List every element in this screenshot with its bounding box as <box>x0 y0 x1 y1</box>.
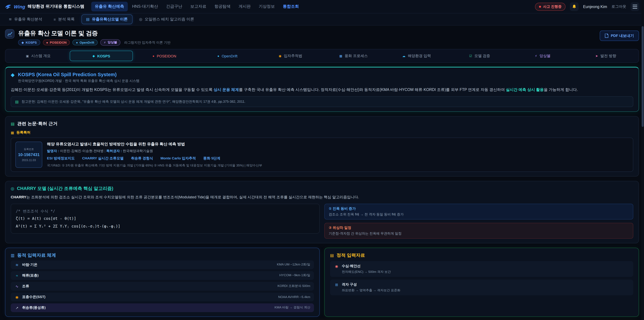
app-logo[interactable]: Wing 해양환경 위기대응 통합시스템 <box>5 3 84 10</box>
highlight-operational-system: 상시 운용 체계 <box>214 88 239 92</box>
inventors-label: 발명자 : <box>47 149 60 153</box>
kosps-description: 김혜진·이문진·오세웅·강준묵 등(2011)이 개발한 KOSPS는 유류오염… <box>11 86 633 93</box>
subtab-model-theory[interactable]: ▤ 유출유확산모델 이론 <box>81 15 132 24</box>
patent-evidence-card: ▤ 관련 논문·특허 근거 ▦ 등록특허 등록번호 10-1567431 201… <box>5 116 639 177</box>
lightning-icon: ⚡ <box>104 41 106 44</box>
charry-section-title: ◎ CHARRY 모델 (실시간 조류예측 핵심 알고리즘) <box>11 186 633 192</box>
subtab-oil-fence-theory[interactable]: ◎ 오일펜스 배치 알고리즘 이론 <box>134 15 199 24</box>
patent-tag-row: ESI 방제정보지도 CHARRY 실시간 조류모델 취송류 경험식 Monte… <box>47 156 628 161</box>
charry-content-grid: /* 변조조석 수식 */ ζ(t) = A(t) cos[σt - θ(t)]… <box>11 204 633 238</box>
analysis-icon: ≋ <box>9 17 12 22</box>
dyn-row-wind-driven-current: ↗ 취송류(풍성류) KMA 바람 → 경험식 계산 <box>11 303 314 312</box>
logout-button[interactable]: 로그아웃 <box>612 4 626 9</box>
notifications-button[interactable] <box>570 2 579 11</box>
document-icon: ▤ <box>86 17 90 22</box>
badge-opendrift: ● OpenDrift <box>72 40 98 45</box>
stab-poseidon[interactable]: ● POSEIDON <box>133 51 196 61</box>
alert-dot-icon <box>539 6 541 8</box>
list-icon: ≡ <box>54 17 56 21</box>
dynamic-input-title: ▥ 동적 입력자료 체계 <box>11 252 314 258</box>
callout-amplitude-ratio: ① 진폭 동비 증가 검조소 조위 진폭 f배 → 전 격자 동일 동비 f배 … <box>324 204 633 219</box>
nav-item-emergency-rescue[interactable]: 긴급구난 <box>162 2 186 12</box>
menu-button[interactable] <box>630 2 639 11</box>
nav-item-board[interactable]: 게시판 <box>235 2 254 12</box>
assignee-label: 특허권자 : <box>106 149 123 153</box>
patent-registration-box: 등록번호 10-1567431 2015.11.03 <box>16 142 42 168</box>
vertical-scrollbar[interactable] <box>641 0 644 320</box>
input-data-row: ▥ 동적 입력자료 체계 ≋ 바람·기온 KMA UM·~12km·2회/일 ≈… <box>5 247 639 317</box>
registration-date: 2015.11.03 <box>18 158 40 162</box>
logo-word: Wing <box>14 4 25 9</box>
page-header: 유출유 확산 모델 이론 및 검증 ◆ KOSPS ● POSEIDON ● O… <box>0 26 644 48</box>
nav-item-integrated-search[interactable]: 통합조회 <box>279 2 302 12</box>
app-root: Wing 해양환경 위기대응 통합시스템 유출유 확산예측 HNS·대기확산 긴… <box>0 0 644 320</box>
patent-main-info: 해양 유류오염사고 발생시 효율적인 방제방안 수립을 위한 유출유 확산 예측… <box>47 142 628 168</box>
stab-overview[interactable]: ▣ 시스템 개요 <box>7 51 70 61</box>
kosps-card-title: KOSPS (Korea Oil Spill Prediction System… <box>18 72 139 77</box>
model-target-icon: ◎ <box>11 186 14 191</box>
stab-particle-tracking[interactable]: ◉ 입자추적법 <box>259 51 322 61</box>
nav-item-hns-air-diffusion[interactable]: HNS·대기확산 <box>128 2 162 12</box>
bell-icon <box>572 4 577 9</box>
tag-esi-map[interactable]: ESI 방제정보지도 <box>47 156 75 161</box>
tag-weathering-stages[interactable]: 풍화 5단계 <box>203 156 220 161</box>
reference-box: ▤ 참고문헌: 김혜진·이문진·오세웅·강준묵, "유출유 확산 예측 모델의 … <box>11 96 633 107</box>
pdf-export-label: PDF 내보내기 <box>611 33 634 38</box>
stab-ocean-input[interactable]: ☁ 해양환경 입력 <box>385 51 448 61</box>
badge-kosps: ◆ KOSPS <box>18 40 40 45</box>
stab-ensemble[interactable]: ⚡ 앙상블 <box>511 51 574 61</box>
page-title: 유출유 확산 모델 이론 및 검증 <box>18 29 170 37</box>
incident-badge-label: 사고 진행중 <box>543 4 562 9</box>
patent-title: 해양 유류오염사고 발생시 효율적인 방제방안 수립을 위한 유출유 확산 예측… <box>47 142 628 147</box>
charry-description: CHARRY는 조화분석에 의한 검조소 실시간 조위와 조석 수치모델링에 의… <box>11 194 633 200</box>
incident-status-badge[interactable]: 사고 진행중 <box>535 3 566 11</box>
stab-kosps[interactable]: ◆ KOSPS <box>70 51 133 61</box>
dynamic-input-card: ▥ 동적 입력자료 체계 ≋ 바람·기온 KMA UM·~12km·2회/일 ≈… <box>5 247 320 317</box>
subtab-label: 유출유 확산분석 <box>14 17 42 22</box>
blue-dot-icon: ● <box>217 54 219 58</box>
cloud-icon: ☁ <box>402 54 405 58</box>
nav-item-aerial-search[interactable]: 항공탐색 <box>211 2 234 12</box>
tag-charry-model[interactable]: CHARRY 실시간 조류모델 <box>82 156 124 161</box>
scrollbar-thumb[interactable] <box>642 26 644 127</box>
tag-monte-carlo[interactable]: Monte Carlo 입자추적 <box>160 156 196 161</box>
tag-wdc-formula[interactable]: 취송류 경험식 <box>131 156 153 161</box>
subtab-analysis-list[interactable]: ≡ 분석 목록 <box>49 15 79 24</box>
overview-icon: ▣ <box>26 54 29 58</box>
registered-patent-label: ▦ 등록특허 <box>11 130 633 135</box>
process-icon: ▦ <box>339 54 342 58</box>
subtab-label: 오일펜스 배치 알고리즘 이론 <box>145 17 194 22</box>
kosps-title-block: KOSPS (Korea Oil Spill Prediction System… <box>18 72 139 83</box>
nav-item-reports[interactable]: 보고자료 <box>186 2 210 12</box>
particle-icon: ◉ <box>279 54 282 58</box>
title-column: 유출유 확산 모델 이론 및 검증 ◆ KOSPS ● POSEIDON ● O… <box>18 29 170 46</box>
target-icon: ◎ <box>139 17 142 22</box>
static-input-title: ▤ 정적 입력자료 <box>330 252 633 258</box>
dot-icon: ● <box>76 41 78 44</box>
charry-callouts: ① 진폭 동비 증가 검조소 조위 진폭 f배 → 전 격자 동일 동비 f배 … <box>324 204 633 238</box>
dyn-row-surface-current: ≈ 해류(표층) HYCOM·~9km·1회/일 <box>11 271 314 280</box>
diamond-icon: ◆ <box>92 54 95 58</box>
nav-item-oil-spill-prediction[interactable]: 유출유 확산예측 <box>91 2 128 12</box>
stab-roadmap[interactable]: ➤ 발전 방향 <box>574 51 637 61</box>
stab-opendrift[interactable]: ● OpenDrift <box>196 51 259 61</box>
theory-basis-note: 라그랑지안 입자추적 이론 기반 <box>124 40 170 45</box>
formula-comment: /* 변조조석 수식 */ <box>16 207 314 215</box>
subtab-label: 유출유확산모델 이론 <box>92 17 128 22</box>
current-icon: ≈ <box>14 273 20 277</box>
check-icon: ☑ <box>469 54 472 58</box>
book-icon: ▤ <box>15 100 18 104</box>
stab-weathering[interactable]: ▦ 풍화 프로세스 <box>322 51 385 61</box>
nav-item-weather-info[interactable]: 기상정보 <box>255 2 278 12</box>
inventors: 이문진·김혜진·이승현·전태병 <box>60 149 104 153</box>
pdf-icon <box>605 34 608 38</box>
subtab-label: 분석 목록 <box>58 17 75 22</box>
pdf-export-button[interactable]: PDF 내보내기 <box>600 31 639 41</box>
rocket-icon: ➤ <box>595 54 598 58</box>
dyn-row-wind-temp: ≋ 바람·기온 KMA UM·~12km·2회/일 <box>11 260 314 269</box>
subtab-spill-analysis[interactable]: ≋ 유출유 확산분석 <box>4 15 47 24</box>
dyn-row-tidal-current: ∿ 조류 KORDI 조화분석·500m <box>11 282 314 290</box>
highlight-realtime-use: 실시간 예측 상시 활용 <box>506 88 544 92</box>
tide-icon: ∿ <box>14 284 20 288</box>
stab-validation[interactable]: ☑ 모델 검증 <box>448 51 511 61</box>
